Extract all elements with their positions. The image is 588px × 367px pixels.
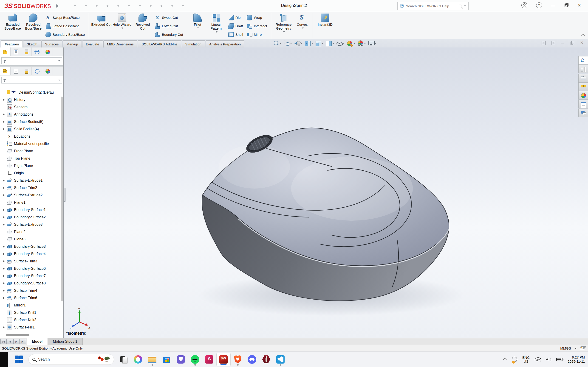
feature-tree-item[interactable]: Surface-Extrude3	[0, 221, 61, 228]
help-search-box[interactable]: ?	[397, 2, 468, 10]
heads-up-button[interactable]	[347, 40, 355, 46]
feature-filter-input[interactable]	[8, 78, 57, 82]
expand-arrow-icon[interactable]	[2, 267, 6, 270]
dropdown-caret-icon[interactable]	[74, 6, 76, 8]
units-selector[interactable]: MMGS	[560, 346, 571, 350]
next-tab-button[interactable]: ▶	[13, 339, 19, 344]
feature-tree-item[interactable]: Solid Bodies(4)	[0, 125, 61, 133]
dropdown-caret-icon[interactable]	[279, 43, 281, 45]
battery-icon[interactable]	[556, 358, 562, 361]
taskbar-search-box[interactable]: Search	[28, 354, 114, 365]
expand-arrow-icon[interactable]	[2, 289, 6, 292]
previous-tab-button[interactable]: ◀	[7, 339, 13, 344]
feature-tree-item[interactable]: Boundary-Surface7	[0, 272, 61, 280]
manager-tab[interactable]	[21, 48, 32, 56]
expand-arrow-icon[interactable]	[2, 186, 6, 189]
manager-tab[interactable]	[32, 48, 42, 56]
dropdown-caret-icon[interactable]	[117, 6, 119, 8]
wrap-button[interactable]: Wrap	[245, 13, 269, 22]
expand-arrow-icon[interactable]	[2, 245, 6, 248]
feature-tree-item[interactable]: Surface-Extrude1	[0, 177, 61, 184]
manager-tab[interactable]	[42, 48, 53, 56]
dropdown-caret-icon[interactable]	[283, 31, 285, 33]
feature-filter-box[interactable]	[1, 57, 62, 64]
heads-up-button[interactable]	[294, 40, 303, 46]
feature-tree-item[interactable]: Mirror1	[0, 302, 61, 309]
boundary-boss-base-button[interactable]: Boundary Boss/Base	[44, 30, 86, 39]
account-icon[interactable]	[521, 2, 527, 8]
dropdown-caret-icon[interactable]	[139, 6, 141, 8]
heads-up-button[interactable]	[304, 40, 313, 46]
expand-arrow-icon[interactable]	[2, 179, 6, 182]
feature-tree-item[interactable]: Sensors	[0, 103, 61, 111]
clock[interactable]: 9:27 PM 2025-11-11	[568, 355, 585, 364]
expand-arrow-icon[interactable]	[2, 113, 6, 116]
manager-tab[interactable]	[32, 67, 42, 75]
feature-tree-item[interactable]: Surface-Trim3	[0, 258, 61, 265]
task-pane-tab[interactable]	[578, 108, 588, 117]
feature-tree-item[interactable]: Origin	[0, 169, 61, 177]
dropdown-caret-icon[interactable]	[107, 6, 108, 8]
dropdown-caret-icon[interactable]	[343, 43, 345, 45]
split-pane-left-icon[interactable]	[542, 41, 546, 45]
instant3d-button[interactable]: Instant3D	[315, 13, 336, 39]
tree-vertical-scrollbar[interactable]	[61, 97, 63, 301]
revolved-cut-button[interactable]: Revolved Cut	[132, 13, 153, 39]
document-restore-icon[interactable]	[571, 41, 575, 45]
expand-arrow-icon[interactable]	[2, 275, 6, 277]
expand-arrow-icon[interactable]	[2, 216, 6, 219]
feature-filter-box-lower[interactable]	[1, 77, 62, 83]
taskbar-app-button[interactable]	[188, 353, 202, 366]
taskbar-app-button[interactable]	[259, 353, 273, 366]
taskbar-app-button[interactable]	[273, 353, 288, 366]
taskbar-app-button[interactable]	[145, 353, 159, 366]
expand-arrow-icon[interactable]	[2, 128, 6, 131]
feature-tree-item[interactable]: Surface Bodies(5)	[0, 118, 61, 125]
dropdown-caret-icon[interactable]	[364, 43, 366, 45]
command-tab[interactable]: MBD Dimensions	[103, 40, 137, 48]
feature-tree-item[interactable]: Material <not specifie	[0, 140, 61, 148]
extruded-cut-button[interactable]: Extruded Cut	[91, 13, 112, 39]
feature-tree-item[interactable]: Boundary-Surface8	[0, 280, 61, 287]
feature-tree-item[interactable]: Front Plane	[0, 148, 61, 155]
feature-tree-item[interactable]: Surface-Trim6	[0, 294, 61, 302]
shell-button[interactable]: Shell	[226, 30, 245, 39]
tray-expand-icon[interactable]	[503, 358, 507, 362]
dropdown-caret-icon[interactable]	[216, 31, 217, 33]
quick-access-button[interactable]	[99, 2, 110, 10]
quick-access-button[interactable]	[67, 2, 77, 10]
dropdown-caret-icon[interactable]	[150, 6, 152, 8]
feature-tree-item[interactable]: Plane2	[0, 228, 61, 236]
manager-tab[interactable]	[21, 67, 32, 75]
feature-filter-input[interactable]	[8, 59, 57, 63]
feature-tree-item[interactable]: Boundary-Surface6	[0, 265, 61, 272]
taskbar-app-button[interactable]	[245, 353, 259, 366]
taskbar-app-button[interactable]	[131, 353, 145, 366]
collapse-ribbon-chevron-icon[interactable]	[581, 33, 585, 37]
panel-splitter-handle[interactable]	[64, 188, 66, 202]
feature-tree-item[interactable]: Plane1	[0, 199, 61, 206]
dropdown-caret-icon[interactable]	[302, 27, 304, 30]
task-pane-tab[interactable]	[578, 100, 588, 108]
heads-up-button[interactable]	[357, 40, 366, 46]
feature-tree-item[interactable]: Boundary-Surface3	[0, 243, 61, 250]
feature-tree-item[interactable]: Top Plane	[0, 155, 61, 162]
command-tab[interactable]: Surfaces	[41, 40, 62, 48]
heads-up-button[interactable]	[284, 40, 292, 46]
dropdown-caret-icon[interactable]	[161, 6, 162, 8]
expand-arrow-icon[interactable]	[2, 194, 6, 197]
draft-button[interactable]: Draft	[226, 22, 245, 30]
feature-tree-item[interactable]: Boundary-Surface1	[0, 206, 61, 214]
start-button[interactable]	[15, 356, 23, 363]
expand-arrow-icon[interactable]	[2, 297, 6, 299]
heads-up-button[interactable]	[315, 40, 324, 46]
manager-tab[interactable]	[10, 48, 21, 56]
split-pane-right-icon[interactable]	[551, 41, 555, 45]
task-pane-tab[interactable]	[578, 82, 588, 91]
dropdown-caret-icon[interactable]	[322, 43, 324, 45]
expand-arrow-icon[interactable]	[2, 252, 6, 255]
linear-pattern-button[interactable]: Linear Pattern	[206, 13, 226, 39]
minimize-button[interactable]	[551, 3, 555, 8]
command-tab[interactable]: Features	[1, 40, 23, 48]
mirror-button[interactable]: Mirror	[245, 30, 269, 39]
